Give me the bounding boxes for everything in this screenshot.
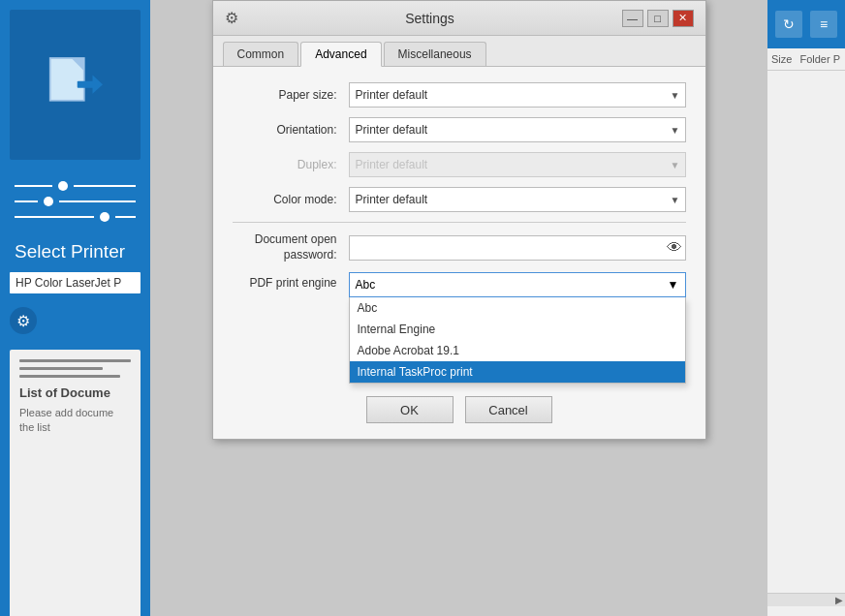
right-panel-icon-1: ↻ (775, 11, 802, 38)
select-printer-label: Select Printer (0, 233, 150, 268)
paper-size-select[interactable]: Printer default (349, 82, 686, 108)
orientation-select-wrapper[interactable]: Printer default ▼ (349, 117, 686, 142)
right-panel-scrollbar[interactable]: ▶ (767, 593, 845, 606)
pdf-engine-dropdown-wrap[interactable]: Abc ▼ Abc Internal Engine Adobe Acrobat … (349, 272, 686, 297)
dropdown-item-internal-engine[interactable]: Internal Engine (350, 319, 685, 340)
right-panel-size-header: Size (771, 53, 792, 65)
orientation-row: Orientation: Printer default ▼ (233, 117, 686, 142)
orientation-label: Orientation: (233, 123, 349, 137)
dropdown-item-taskproc[interactable]: Internal TaskProc print (350, 361, 685, 383)
pdf-engine-label: PDF print engine (233, 272, 349, 290)
pdf-engine-arrow: ▼ (668, 278, 679, 292)
svg-marker-3 (92, 75, 103, 93)
color-mode-select-wrapper[interactable]: Printer default ▼ (349, 187, 686, 212)
password-eye-icon[interactable]: 👁 (667, 239, 682, 257)
dropdown-item-abc[interactable]: Abc (350, 297, 685, 319)
maximize-button[interactable]: □ (647, 10, 669, 27)
duplex-select-wrapper: Printer default ▼ (349, 152, 686, 177)
tab-advanced[interactable]: Advanced (300, 42, 381, 67)
password-label: Document openpassword: (233, 232, 349, 262)
printer-settings-row[interactable]: ⚙ (0, 301, 150, 340)
paper-size-select-wrapper[interactable]: Printer default ▼ (349, 82, 686, 108)
password-input-wrap: 👁 (349, 235, 686, 261)
dropdown-item-adobe[interactable]: Adobe Acrobat 19.1 (350, 340, 685, 361)
color-mode-select[interactable]: Printer default (349, 187, 686, 212)
dialog-wrapper: ⚙ Settings — □ ✕ Common Advanced Miscell… (150, 0, 767, 616)
duplex-row: Duplex: Printer default ▼ (233, 152, 686, 177)
tab-common[interactable]: Common (223, 42, 299, 66)
list-of-docs-text: Please add docume the list (19, 406, 131, 436)
pdf-engine-row: PDF print engine Abc ▼ Abc Internal Engi… (233, 272, 686, 297)
right-panel-top: ↻ ≡ (767, 0, 845, 48)
settings-tabs: Common Advanced Miscellaneous (213, 36, 705, 67)
dialog-title: Settings (238, 11, 622, 26)
password-row: Document openpassword: 👁 (233, 232, 686, 262)
slider-row-2 (15, 197, 136, 206)
password-input[interactable] (349, 235, 686, 261)
sidebar-printer-icon (10, 10, 141, 160)
sidebar: Select Printer HP Color LaserJet P ⚙ Lis… (0, 0, 150, 616)
list-of-docs-title: List of Docume (19, 385, 131, 400)
right-panel-icon-2: ≡ (810, 11, 837, 38)
pdf-engine-value: Abc (356, 278, 376, 292)
paper-size-label: Paper size: (233, 88, 349, 102)
sidebar-slider-controls[interactable] (0, 169, 150, 233)
list-icon (19, 359, 131, 378)
settings-window-icon: ⚙ (225, 9, 238, 27)
pdf-engine-dropdown: Abc Internal Engine Adobe Acrobat 19.1 I… (349, 297, 686, 384)
settings-dialog: ⚙ Settings — □ ✕ Common Advanced Miscell… (212, 0, 706, 440)
ok-button[interactable]: OK (366, 396, 454, 423)
dialog-titlebar: ⚙ Settings — □ ✕ (213, 1, 705, 36)
orientation-select[interactable]: Printer default (349, 117, 686, 142)
slider-row-3 (15, 212, 136, 222)
right-panel-headers: Size Folder P (767, 48, 845, 71)
right-panel-folder-header: Folder P (799, 53, 840, 65)
dialog-window-controls: — □ ✕ (622, 10, 694, 27)
duplex-select: Printer default (349, 152, 686, 177)
dialog-content: Paper size: Printer default ▼ Orientatio… (213, 67, 705, 386)
right-panel: ↻ ≡ Size Folder P ▶ (767, 0, 845, 616)
slider-row-1 (15, 181, 136, 191)
close-button[interactable]: ✕ (673, 10, 694, 27)
printer-select-box[interactable]: HP Color LaserJet P (10, 272, 141, 293)
minimize-button[interactable]: — (622, 10, 643, 27)
form-separator (233, 222, 686, 223)
scrollbar-right-arrow: ▶ (835, 595, 843, 605)
sidebar-bottom-panel: List of Docume Please add docume the lis… (10, 350, 141, 616)
cancel-button[interactable]: Cancel (465, 396, 552, 423)
pdf-engine-select-box[interactable]: Abc ▼ (349, 272, 686, 297)
tab-miscellaneous[interactable]: Miscellaneous (384, 42, 486, 66)
duplex-label: Duplex: (233, 158, 349, 171)
gear-icon: ⚙ (10, 307, 37, 334)
dialog-footer: OK Cancel (213, 386, 705, 439)
color-mode-label: Color mode: (233, 193, 349, 206)
paper-size-row: Paper size: Printer default ▼ (233, 82, 686, 108)
color-mode-row: Color mode: Printer default ▼ (233, 187, 686, 212)
